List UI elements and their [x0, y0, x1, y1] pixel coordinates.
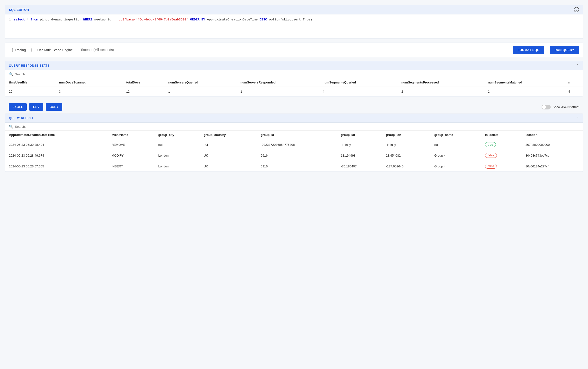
table-row: 20312114214 [5, 87, 583, 96]
table-row: 2024-06-23 06:28:49.674MODIFYLondonUK691… [5, 150, 583, 161]
table-cell: 20 [5, 87, 55, 96]
table-cell: UK [200, 150, 257, 161]
stats-col-numSegmentsProcessed: numSegmentsProcessed [397, 78, 484, 87]
table-cell: null [155, 139, 200, 150]
timeout-input[interactable] [78, 47, 131, 53]
table-cell: 2 [397, 87, 484, 96]
table-cell: Group 4 [430, 150, 481, 161]
buttons-row: EXCEL CSV COPY Show JSON format [5, 100, 583, 113]
table-cell: true [481, 139, 522, 150]
format-sql-button[interactable]: FORMAT SQL [513, 46, 544, 54]
stats-title: QUERY RESPONSE STATS [9, 64, 50, 67]
table-cell: 1 [484, 87, 564, 96]
stats-search-bar: 🔍 [5, 70, 583, 78]
table-cell: 4 [319, 87, 398, 96]
table-cell: 6916 [257, 161, 337, 172]
table-cell: UK [200, 161, 257, 172]
tracing-checkbox[interactable] [9, 48, 13, 52]
result-search-bar: 🔍 [5, 123, 583, 131]
multi-stage-checkbox[interactable] [31, 48, 35, 52]
tracing-group: Tracing [9, 48, 26, 52]
table-cell: 11.194998 [337, 150, 382, 161]
table-cell: null [430, 139, 481, 150]
stats-chevron-icon[interactable]: ⌃ [576, 64, 579, 68]
multi-stage-group: Use Multi-Stage Engine [31, 48, 73, 52]
table-cell: 1 [237, 87, 319, 96]
table-cell: 2024-06-23 06:30:28.404 [5, 139, 108, 150]
sql-editor-title: SQL EDITOR [9, 8, 29, 11]
table-cell: Group 4 [430, 161, 481, 172]
table-cell: 80c06134e277c4 [522, 161, 583, 172]
sql-editor-card: SQL EDITOR ? 1select * from pinot_dynamo… [5, 5, 583, 39]
result-title: QUERY RESULT [9, 116, 33, 120]
json-toggle-area: Show JSON format [542, 105, 579, 109]
line-number: 1 [9, 18, 11, 21]
help-icon[interactable]: ? [574, 7, 579, 12]
table-cell: 1 [164, 87, 237, 96]
toolbar: Tracing Use Multi-Stage Engine FORMAT SQ… [5, 42, 583, 57]
table-cell: 2024-06-23 06:26:57.565 [5, 161, 108, 172]
copy-button[interactable]: COPY [46, 103, 62, 111]
excel-button[interactable]: EXCEL [9, 103, 27, 111]
table-row: 2024-06-23 06:30:28.404REMOVEnullnull-92… [5, 139, 583, 150]
table-cell: London [155, 161, 200, 172]
stats-header-row: timeUsedMs numDocsScanned totalDocs numS… [5, 78, 583, 87]
table-cell: -137.652645 [382, 161, 430, 172]
table-cell: INSERT [108, 161, 154, 172]
result-search-input[interactable] [15, 125, 579, 128]
table-cell: -Infinity [382, 139, 430, 150]
table-cell: 12 [122, 87, 164, 96]
stats-col-numDocsScanned: numDocsScanned [55, 78, 122, 87]
json-toggle-label: Show JSON format [553, 105, 579, 109]
run-query-button[interactable]: RUN QUERY [550, 46, 579, 54]
sql-editor-body[interactable]: 1select * from pinot_dynamo_ingestion WH… [5, 14, 583, 39]
col-group_country: group_country [200, 131, 257, 139]
table-cell: false [481, 161, 522, 172]
result-card-header: QUERY RESULT ⌃ [5, 114, 583, 123]
table-cell: 3 [55, 87, 122, 96]
col-group_city: group_city [155, 131, 200, 139]
stats-col-totalDocs: totalDocs [122, 78, 164, 87]
stats-card-header: QUERY RESPONSE STATS ⌃ [5, 61, 583, 70]
table-cell: 4 [564, 87, 583, 96]
page-container: SQL EDITOR ? 1select * from pinot_dynamo… [0, 0, 588, 180]
stats-col-numServersResponded: numServersResponded [237, 78, 319, 87]
stats-card: QUERY RESPONSE STATS ⌃ 🔍 timeUsedMs numD… [5, 61, 583, 96]
table-cell: 28.454082 [382, 150, 430, 161]
stats-search-input[interactable] [15, 72, 579, 76]
table-cell: London [155, 150, 200, 161]
table-cell: -Infinity [337, 139, 382, 150]
col-ApproximateCreationDateTime: ApproximateCreationDateTime [5, 131, 108, 139]
result-header-row: ApproximateCreationDateTime eventName gr… [5, 131, 583, 139]
col-group_name: group_name [430, 131, 481, 139]
table-cell: false [481, 150, 522, 161]
stats-col-n: n [564, 78, 583, 87]
table-cell: MODIFY [108, 150, 154, 161]
stats-search-icon: 🔍 [9, 72, 13, 76]
json-toggle-switch[interactable] [542, 105, 551, 109]
multi-stage-label: Use Multi-Stage Engine [37, 48, 73, 52]
col-location: location [522, 131, 583, 139]
result-search-icon: 🔍 [9, 125, 13, 128]
stats-col-numSegmentsMatched: numSegmentsMatched [484, 78, 564, 87]
csv-button[interactable]: CSV [29, 103, 43, 111]
table-cell: 807ff8000000000 [522, 139, 583, 150]
table-cell: 2024-06-23 06:28:49.674 [5, 150, 108, 161]
stats-table: timeUsedMs numDocsScanned totalDocs numS… [5, 78, 583, 96]
stats-col-timeUsedMs: timeUsedMs [5, 78, 55, 87]
col-is_delete: is_delete [481, 131, 522, 139]
col-group_lat: group_lat [337, 131, 382, 139]
result-card: QUERY RESULT ⌃ 🔍 ApproximateCreationDate… [5, 113, 583, 172]
table-cell: null [200, 139, 257, 150]
table-cell: REMOVE [108, 139, 154, 150]
table-cell: -76.186407 [337, 161, 382, 172]
col-eventName: eventName [108, 131, 154, 139]
result-chevron-icon[interactable]: ⌃ [576, 116, 579, 120]
stats-col-numSegmentsQueried: numSegmentsQueried [319, 78, 398, 87]
table-row: 2024-06-23 06:26:57.565INSERTLondonUK691… [5, 161, 583, 172]
table-cell: -9223372036854775808 [257, 139, 337, 150]
col-group_id: group_id [257, 131, 337, 139]
sql-editor-header: SQL EDITOR ? [5, 5, 583, 14]
tracing-label: Tracing [15, 48, 26, 52]
stats-col-numServersQueried: numServersQueried [164, 78, 237, 87]
